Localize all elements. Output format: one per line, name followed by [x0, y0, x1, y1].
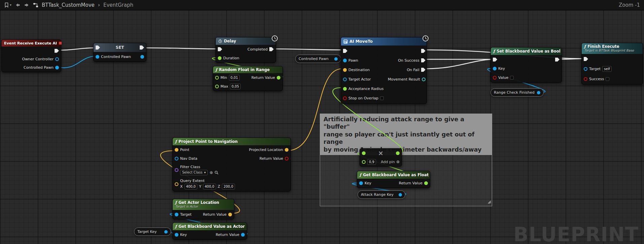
add-pin-button[interactable]: Add pin ⊕ [381, 160, 400, 164]
key-pin[interactable] [175, 233, 178, 237]
pin-label: Destination [348, 68, 370, 72]
node-subtitle: Target is Actor [175, 205, 198, 209]
exec-in-pin[interactable] [584, 57, 588, 61]
function-icon: ƒ [584, 44, 586, 49]
node-multiply[interactable]: × 0,9 Add pin ⊕ [360, 148, 402, 166]
multiply-icon: × [378, 150, 383, 156]
node-title: Project Point to Navigation [178, 139, 238, 144]
success-checkbox[interactable] [606, 77, 609, 81]
completed-exec-pin[interactable] [269, 47, 274, 51]
multiply-b-field[interactable]: 0,9 [367, 159, 376, 165]
bookmark-button[interactable]: ▾ [4, 2, 11, 8]
comment-header[interactable]: Artificially reducing attack range to gi… [320, 114, 492, 155]
exec-out-pin[interactable] [55, 49, 59, 53]
var-get-attack-range-key[interactable]: Attack Range Key [358, 190, 405, 199]
exec-in-pin[interactable] [343, 49, 347, 53]
node-ai-moveto[interactable]: AI MoveTo Pawn Destination Target Actor … [341, 37, 427, 104]
query-extent-z-field[interactable]: 200,0 [222, 184, 235, 189]
browse-class-icon[interactable] [214, 171, 218, 175]
node-get-blackboard-value-as-float[interactable]: ƒ Get Blackboard Value as Float Key Retu… [357, 171, 430, 188]
exec-out-pin[interactable] [140, 45, 144, 50]
breadcrumb-root[interactable]: BTTask_CustomMove [42, 2, 95, 8]
target-value-field[interactable]: self [602, 66, 612, 72]
output-pin[interactable] [537, 91, 540, 94]
max-value-field[interactable]: 0,05 [230, 84, 241, 89]
point-pin[interactable] [175, 148, 178, 152]
node-get-actor-location[interactable]: ƒ Get Actor Location Target is Actor Tar… [172, 199, 234, 219]
return-value-pin[interactable] [285, 157, 289, 160]
output-pin[interactable] [164, 230, 168, 234]
duration-pin[interactable] [218, 56, 222, 60]
stop-on-overlap-checkbox[interactable] [380, 96, 384, 100]
value-checkbox[interactable] [510, 76, 514, 80]
node-project-point-to-navigation[interactable]: ƒ Project Point to Navigation Point Proj… [172, 138, 291, 191]
var-get-target-key[interactable]: Target Key [134, 227, 171, 236]
node-event-receive-execute-ai[interactable]: Event Receive Execute AI Owner Controlle… [1, 39, 61, 72]
exec-in-pin[interactable] [96, 45, 100, 50]
destination-pin[interactable] [343, 68, 347, 72]
filter-class-dropdown[interactable]: Select Class ▾ [180, 170, 208, 175]
var-get-controlled-pawn[interactable]: Controlled Pawn [295, 55, 341, 63]
return-value-pin[interactable] [277, 76, 280, 80]
controlled-pawn-pin[interactable] [55, 66, 59, 69]
node-get-blackboard-value-as-actor[interactable]: ƒ Get Blackboard Value as Actor Key Retu… [172, 222, 247, 240]
stop-on-overlap-pin[interactable] [343, 96, 347, 100]
return-value-pin[interactable] [424, 181, 428, 185]
exec-out-pin[interactable] [555, 58, 560, 62]
output-pin[interactable] [399, 193, 402, 196]
forward-button[interactable] [24, 2, 30, 8]
exec-in-pin[interactable] [493, 58, 497, 62]
on-fail-pin[interactable] [421, 68, 426, 72]
multiply-out-pin[interactable] [396, 151, 400, 155]
multiply-a-pin[interactable] [362, 151, 366, 155]
exec-in-pin[interactable] [218, 47, 222, 51]
query-extent-pin[interactable] [175, 182, 178, 186]
return-value-pin[interactable] [241, 233, 245, 237]
graph-icon [33, 2, 38, 8]
target-actor-pin[interactable] [343, 78, 347, 81]
filter-class-pin[interactable] [175, 168, 178, 172]
movement-result-pin[interactable] [422, 78, 426, 81]
query-extent-x-field[interactable]: 400,0 [184, 184, 198, 189]
function-icon: ƒ [493, 49, 495, 54]
value-out-pin[interactable] [140, 55, 144, 59]
return-value-pin[interactable] [228, 213, 232, 216]
success-pin[interactable] [584, 77, 587, 81]
on-success-pin[interactable] [421, 58, 426, 62]
breadcrumb-current[interactable]: EventGraph [103, 2, 133, 8]
multiply-b-pin[interactable] [362, 160, 366, 164]
pawn-pin[interactable] [343, 59, 347, 62]
comment-resize-handle[interactable] [487, 199, 491, 205]
owner-controller-pin[interactable] [55, 57, 59, 61]
target-pin[interactable] [175, 213, 178, 216]
controlled-pawn-in-pin[interactable] [96, 55, 99, 59]
node-delay[interactable]: Delay Completed Duration [215, 37, 276, 63]
dropdown-caret-icon: ▾ [204, 171, 206, 174]
target-pin[interactable] [584, 67, 587, 71]
output-pin[interactable] [334, 57, 338, 61]
value-pin[interactable] [493, 76, 497, 80]
add-pin-icon: ⊕ [396, 160, 400, 164]
back-button[interactable] [15, 2, 21, 8]
max-pin[interactable] [215, 85, 219, 88]
node-random-float-in-range[interactable]: ƒ Random Float in Range Min 0,01 Return … [213, 66, 283, 91]
key-pin[interactable] [359, 181, 363, 185]
node-title: Get Blackboard Value as Float [363, 173, 429, 177]
query-extent-y-field[interactable]: 400,0 [203, 184, 216, 189]
exec-out-pin[interactable] [421, 49, 426, 53]
var-get-range-check-finished[interactable]: Range Check Finished [490, 88, 544, 97]
min-pin[interactable] [215, 76, 219, 80]
comment-box[interactable]: Artificially reducing attack range to gi… [320, 114, 492, 206]
node-title: Get Actor Location [178, 200, 219, 205]
pin-label: Return Value [260, 156, 283, 161]
node-finish-execute[interactable]: ƒ Finish Execute Target is BTTask Bluepr… [581, 43, 643, 85]
nav-data-pin[interactable] [175, 157, 178, 160]
acceptance-radius-pin[interactable] [343, 87, 347, 91]
add-class-icon[interactable]: ⊕ [209, 171, 213, 175]
node-set-blackboard-value-as-bool[interactable]: ƒ Set Blackboard Value as Bool Key Value [490, 47, 562, 83]
graph-canvas[interactable]: BLUEPRINT Artificially reducing attack r… [0, 10, 644, 244]
key-pin[interactable] [493, 67, 497, 70]
node-set-controlled-pawn[interactable]: SET Controlled Pawn [93, 43, 146, 62]
projected-location-pin[interactable] [285, 148, 289, 152]
min-value-field[interactable]: 0,01 [229, 75, 240, 81]
